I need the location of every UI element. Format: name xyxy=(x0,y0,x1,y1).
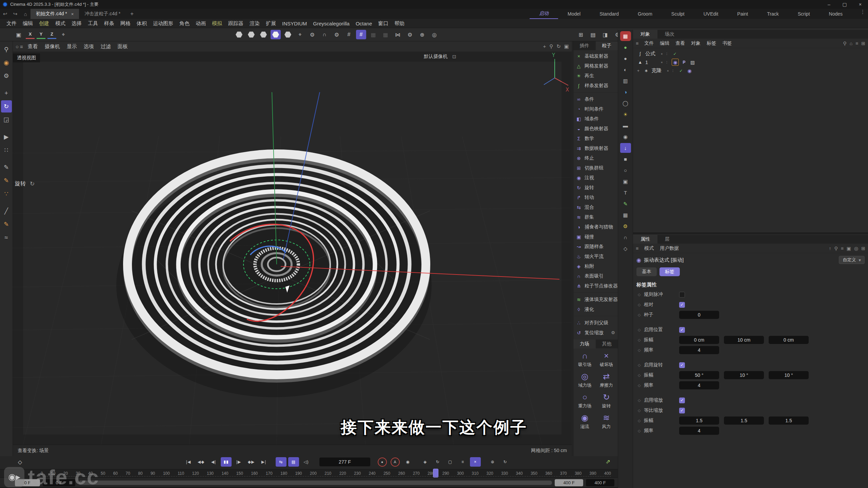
spline-pen-icon[interactable]: ✎ xyxy=(1,161,12,174)
layout-c-icon[interactable]: ◨ xyxy=(600,30,610,39)
menu-item[interactable]: 文件 xyxy=(3,20,20,27)
attribute-section-tab[interactable]: 基本 xyxy=(636,267,657,276)
attribute-section-tab[interactable]: 标签 xyxy=(659,267,680,276)
keyframe-dot-icon[interactable] xyxy=(638,303,641,307)
search-icon[interactable]: ⚲ xyxy=(834,246,837,251)
vp-maximize-icon[interactable]: ▣ xyxy=(564,43,569,49)
menu-item[interactable]: 编辑 xyxy=(20,20,36,27)
null-object-icon[interactable]: ◇ xyxy=(620,244,631,253)
menu-item[interactable]: 渲染 xyxy=(246,20,263,27)
layer-chip-icon[interactable] xyxy=(667,68,670,74)
rotate-tool-icon[interactable]: ↻ xyxy=(1,100,12,113)
keyframe-dot-icon[interactable] xyxy=(638,363,641,367)
poly-cube-icon[interactable]: ▣ xyxy=(620,177,631,186)
axis-lock-button[interactable]: Z xyxy=(47,30,56,39)
force-tab[interactable]: 其他 xyxy=(596,340,618,348)
spline-pen-b-icon[interactable]: ✎ xyxy=(1,175,12,187)
menu-item[interactable]: 角色 xyxy=(176,20,193,27)
close-tab-icon[interactable]: × xyxy=(71,12,74,17)
force-item[interactable]: ○ 重力场 xyxy=(574,392,596,409)
value-field-x[interactable]: 50 ° xyxy=(679,371,719,379)
menu-item[interactable]: 网格 xyxy=(117,20,134,27)
live-selection-icon[interactable]: ◉ xyxy=(1,57,12,69)
menu-item[interactable]: INSYDIUM xyxy=(279,21,310,26)
timeline-expand-icon[interactable]: ⇗ xyxy=(606,458,610,465)
viewport-menu-item[interactable]: 选项 xyxy=(80,43,97,50)
force-item[interactable]: ◎ 域力场 xyxy=(574,372,596,388)
particle-panel-tab[interactable]: 插件 xyxy=(573,41,596,50)
cursor-move-icon[interactable]: ▶ xyxy=(1,131,12,143)
particle-menu-item[interactable]: ◉ 注视 xyxy=(573,173,618,183)
keyframe-dot-icon[interactable] xyxy=(638,408,641,413)
particle-menu-item[interactable]: ☀ 再生 xyxy=(573,71,618,81)
range-end-field[interactable]: 400 F xyxy=(586,479,614,486)
vibrate-tag-selected-icon[interactable] xyxy=(672,59,679,66)
pen-object-icon[interactable]: ✎ xyxy=(620,199,631,209)
value-field[interactable]: 0 xyxy=(679,311,719,319)
visibility-dots-icon[interactable] xyxy=(666,60,670,65)
expand-icon[interactable] xyxy=(637,68,641,73)
force-tab[interactable]: 力场 xyxy=(573,340,596,348)
viewport-menu-item[interactable]: 显示 xyxy=(63,43,80,50)
menu-item[interactable]: 选择 xyxy=(68,20,85,27)
render-settings-icon[interactable]: ▦ xyxy=(620,31,631,41)
visibility-dots-icon[interactable] xyxy=(666,52,670,56)
close-window-icon[interactable]: × xyxy=(852,0,868,9)
keyframe-dot-icon[interactable] xyxy=(638,338,641,342)
attribute-manager-tab[interactable]: 属性 xyxy=(633,235,657,244)
texture-tile-icon[interactable]: ▥ xyxy=(620,76,631,86)
viewport[interactable]: ○ ≡ 查看摄像机显示选项过滤面板 +⚲↻▣ xyxy=(13,41,572,456)
menu-item[interactable]: 工具 xyxy=(85,20,101,27)
menu-item[interactable]: 窗口 xyxy=(375,20,391,27)
record-rotation-icon[interactable]: ↻ xyxy=(432,457,443,467)
range-end-handle[interactable]: 400 F xyxy=(555,479,583,486)
env-sphere-icon[interactable]: ◯ xyxy=(620,98,631,108)
object-name[interactable]: 1 xyxy=(645,59,659,65)
attribute-menu-item[interactable]: 模式 xyxy=(641,245,657,251)
axis-lock-button[interactable]: X xyxy=(26,30,35,39)
text-object-icon[interactable]: T xyxy=(620,188,631,198)
attribute-manager-tab[interactable]: 层 xyxy=(657,235,677,244)
spline-arc-icon[interactable]: ∵ xyxy=(1,188,12,200)
quantize-icon[interactable]: # xyxy=(356,30,366,39)
range-track[interactable] xyxy=(79,481,552,485)
polygons-mode[interactable] xyxy=(258,30,269,39)
tool-gear-icon[interactable]: ⚙ xyxy=(332,30,342,39)
filter-icon[interactable]: ≡ xyxy=(841,246,844,251)
keyframe-selection-icon[interactable]: ◉ xyxy=(402,457,413,467)
menu-item[interactable]: 模式 xyxy=(52,20,68,27)
menu-item[interactable]: Octane xyxy=(353,21,375,26)
menu-item[interactable]: 帮助 xyxy=(391,20,408,27)
particle-menu-item[interactable]: × 基础发射器 xyxy=(573,51,618,61)
cube-object-icon[interactable]: ■ xyxy=(620,154,631,164)
particle-menu-item[interactable]: ⋍ 条件 xyxy=(573,94,618,104)
particle-menu-item[interactable]: ◒ 颜色映射器 xyxy=(573,124,618,134)
keyframe-dot-icon[interactable] xyxy=(638,313,641,317)
checkbox[interactable] xyxy=(679,408,685,413)
layout-menu-item[interactable]: Paint xyxy=(728,9,757,19)
value-field-x[interactable]: 0 cm xyxy=(679,336,719,344)
force-item[interactable]: ⇄ 摩擦力 xyxy=(596,372,617,388)
popout-icon[interactable]: ⊞ xyxy=(861,41,865,46)
keyframe-dot-icon[interactable] xyxy=(638,383,641,388)
autokeying-icon[interactable]: A xyxy=(391,458,400,467)
object-manager-menu-item[interactable]: 标签 xyxy=(704,40,719,46)
vibrate-tag-icon[interactable] xyxy=(686,67,693,74)
record-scale-icon[interactable]: ▢ xyxy=(445,457,456,467)
particle-menu-item[interactable]: ↝ 跟随样条 xyxy=(573,242,618,251)
enabled-check-icon[interactable] xyxy=(672,50,678,57)
keyframe-dot-icon[interactable] xyxy=(638,328,641,332)
sound-icon[interactable]: ◁) xyxy=(301,457,312,467)
particle-menu-item[interactable]: ◧ 域条件 xyxy=(573,114,618,124)
object-manager-menu-item[interactable]: 文件 xyxy=(641,40,657,46)
points-mode[interactable] xyxy=(234,30,244,39)
target-icon[interactable]: ◎ xyxy=(854,246,858,251)
record-parameter-icon[interactable]: ≡ xyxy=(457,457,468,467)
object-name[interactable]: 克隆 xyxy=(651,67,665,74)
tool-gear-icon[interactable]: ⚙ xyxy=(307,30,317,39)
more-layouts-icon[interactable]: ⋮ xyxy=(857,9,868,19)
add-tab-button[interactable]: + xyxy=(126,9,138,19)
vp-zoom-icon[interactable]: ⚲ xyxy=(549,43,553,49)
particle-menu-item[interactable]: ∩ 表面吸引 xyxy=(573,271,618,281)
object-manager-menu-item[interactable]: 编辑 xyxy=(657,40,672,46)
